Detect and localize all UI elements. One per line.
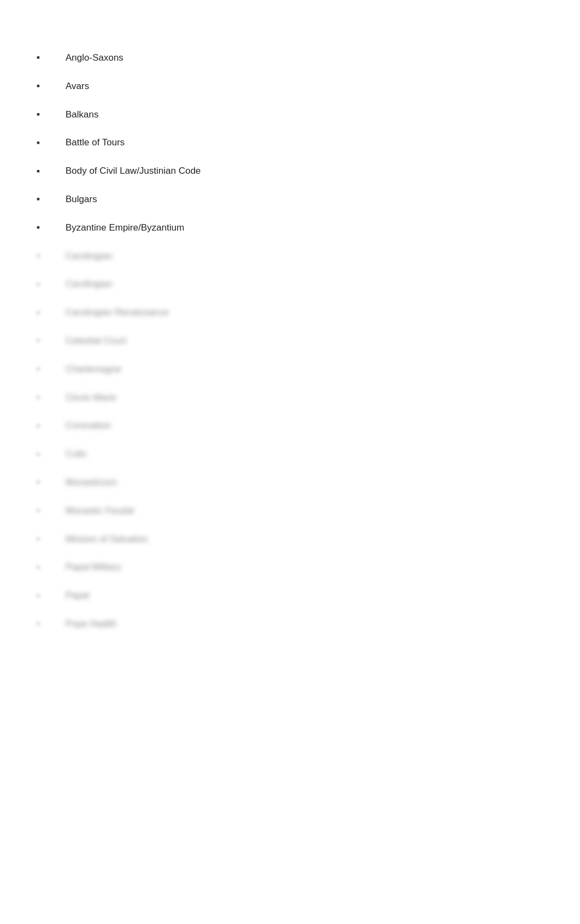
bullet-icon: ▪: [33, 335, 44, 346]
list-item[interactable]: ▪Mission of Salvation: [33, 525, 547, 554]
main-list: ▪Anglo-Saxons▪Avars▪Balkans▪Battle of To…: [33, 44, 547, 638]
bullet-icon: ▪: [33, 52, 44, 63]
bullet-icon: ▪: [33, 80, 44, 92]
list-item[interactable]: ▪Battle of Tours: [33, 128, 547, 157]
bullet-icon: ▪: [33, 533, 44, 545]
list-item-label: Papal: [66, 589, 89, 602]
bullet-icon: ▪: [33, 420, 44, 432]
list-item-label: Monasticism: [66, 476, 117, 489]
list-item-label: Bulgars: [66, 193, 97, 206]
bullet-icon: ▪: [33, 392, 44, 403]
bullet-icon: ▪: [33, 476, 44, 488]
list-item-label: Byzantine Empire/Byzantium: [66, 221, 184, 234]
list-item[interactable]: ▪Byzantine Empire/Byzantium: [33, 214, 547, 242]
list-item-label: Carolingian Renaissance: [66, 306, 169, 319]
bullet-icon: ▪: [33, 166, 44, 177]
list-item-label: Battle of Tours: [66, 136, 125, 149]
list-item[interactable]: ▪Papal: [33, 581, 547, 610]
bullet-icon: ▪: [33, 222, 44, 233]
bullet-icon: ▪: [33, 109, 44, 120]
list-item-label: Celestial Court: [66, 334, 127, 348]
bullet-icon: ▪: [33, 193, 44, 205]
list-item[interactable]: ▪Carolingian: [33, 270, 547, 298]
list-item-label: Balkans: [66, 108, 98, 121]
list-item[interactable]: ▪Celestial Court: [33, 327, 547, 355]
bullet-icon: ▪: [33, 562, 44, 573]
list-item[interactable]: ▪Bulgars: [33, 185, 547, 214]
list-item-label: Body of Civil Law/Justinian Code: [66, 164, 201, 178]
list-item-label: Mission of Salvation: [66, 533, 148, 546]
bullet-icon: ▪: [33, 250, 44, 262]
list-item-label: Carolingian: [66, 250, 113, 263]
list-item[interactable]: ▪Monasticism: [33, 468, 547, 497]
bullet-icon: ▪: [33, 307, 44, 319]
list-item-label: Pope Hadith: [66, 617, 117, 631]
bullet-icon: ▪: [33, 590, 44, 602]
list-item[interactable]: ▪Carolingian: [33, 242, 547, 270]
list-item[interactable]: ▪Avars: [33, 72, 547, 101]
list-item-label: Monastic Feudal: [66, 504, 134, 517]
list-item[interactable]: ▪Charlemagne: [33, 355, 547, 384]
list-item-label: Charlemagne: [66, 363, 121, 376]
list-item-label: Carolingian: [66, 278, 113, 291]
list-item-label: Papal Military: [66, 561, 121, 574]
list-item[interactable]: ▪Balkans: [33, 101, 547, 129]
bullet-icon: ▪: [33, 449, 44, 460]
list-item[interactable]: ▪Monastic Feudal: [33, 497, 547, 525]
list-item[interactable]: ▪Carolingian Renaissance: [33, 298, 547, 327]
list-item[interactable]: ▪Papal Military: [33, 553, 547, 581]
list-item-label: Clovis Marie: [66, 391, 117, 404]
list-item[interactable]: ▪Coronation: [33, 411, 547, 440]
bullet-icon: ▪: [33, 618, 44, 629]
list-item-label: Anglo-Saxons: [66, 51, 123, 64]
bullet-icon: ▪: [33, 137, 44, 149]
list-item-label: Cults: [66, 448, 87, 461]
list-item[interactable]: ▪Anglo-Saxons: [33, 44, 547, 72]
bullet-icon: ▪: [33, 279, 44, 290]
list-item-label: Coronation: [66, 419, 111, 432]
list-item[interactable]: ▪Pope Hadith: [33, 610, 547, 638]
list-item[interactable]: ▪Cults: [33, 440, 547, 468]
bullet-icon: ▪: [33, 505, 44, 516]
bullet-icon: ▪: [33, 363, 44, 375]
list-item[interactable]: ▪Clovis Marie: [33, 384, 547, 412]
list-item-label: Avars: [66, 80, 89, 93]
list-item[interactable]: ▪Body of Civil Law/Justinian Code: [33, 157, 547, 185]
